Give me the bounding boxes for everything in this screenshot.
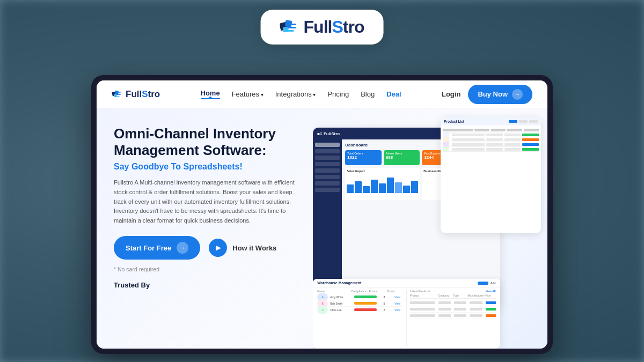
hero-title: Omni-Channel Inventory Management Softwa… bbox=[114, 125, 298, 159]
logo-text-badge: FullStro bbox=[304, 17, 364, 37]
warehouse-divider bbox=[406, 290, 407, 346]
stat-card-orders: Total Orders 1022 bbox=[345, 150, 382, 165]
hero-description: Fullstro A Multi-channel inventory manag… bbox=[114, 178, 296, 225]
nav-actions: Login Buy Now → bbox=[442, 85, 532, 104]
product-row-3 bbox=[443, 142, 539, 147]
product-latest-2 bbox=[410, 306, 496, 313]
hero-subtitle: Say Goodbye To Spreadsheets! bbox=[114, 162, 298, 172]
svg-rect-11 bbox=[116, 95, 119, 97]
hero-section: Omni-Channel Inventory Management Softwa… bbox=[97, 108, 313, 349]
svg-rect-7 bbox=[115, 90, 119, 94]
warehouse-panel: Warehouse Management Add Name Compliance bbox=[313, 279, 500, 349]
product-list-panel: Product List bbox=[441, 117, 541, 233]
sidebar-item-3 bbox=[315, 156, 340, 160]
sales-chart: Sales Report bbox=[345, 168, 420, 200]
sidebar-item-5 bbox=[315, 168, 340, 173]
nav-link-deal[interactable]: Deal bbox=[386, 90, 401, 98]
bar-7 bbox=[395, 182, 402, 193]
svg-rect-3 bbox=[288, 24, 296, 25]
bar-6 bbox=[387, 178, 394, 193]
nav-item-home[interactable]: Home bbox=[201, 89, 220, 99]
nav-link-blog[interactable]: Blog bbox=[361, 90, 375, 98]
bar-9 bbox=[411, 181, 418, 193]
nav-logo-text: FullStro bbox=[126, 89, 160, 100]
warehouse-table-right: Latest Products View All Product Categor… bbox=[410, 290, 496, 346]
bar-1 bbox=[347, 184, 354, 193]
device-frame: FullStro Home Features Integrations Pric… bbox=[91, 75, 553, 354]
start-free-button[interactable]: Start For Free → bbox=[114, 236, 200, 260]
product-row-header bbox=[443, 128, 539, 132]
nav-link-pricing[interactable]: Pricing bbox=[327, 90, 349, 98]
logo-icon bbox=[280, 19, 298, 35]
buy-arrow-icon: → bbox=[512, 89, 523, 100]
svg-rect-10 bbox=[116, 94, 121, 95]
svg-rect-5 bbox=[288, 30, 294, 32]
no-card-text: * No card required bbox=[114, 266, 298, 272]
sidebar-item-1 bbox=[315, 143, 340, 147]
bar-3 bbox=[363, 186, 370, 193]
stat-card-users: Admin Users 888 bbox=[384, 150, 420, 165]
hero-buttons: Start For Free → ▶ How it Works bbox=[114, 236, 298, 260]
nav-link-integrations[interactable]: Integrations bbox=[275, 90, 316, 98]
sales-chart-title: Sales Report bbox=[347, 169, 418, 173]
product-list-body bbox=[441, 125, 541, 154]
sidebar-item-4 bbox=[315, 162, 340, 166]
main-content: Omni-Channel Inventory Management Softwa… bbox=[97, 108, 547, 349]
warehouse-header: Warehouse Management Add bbox=[313, 279, 500, 287]
product-latest-3 bbox=[410, 313, 496, 319]
sidebar-item-2 bbox=[315, 149, 340, 153]
warehouse-body: Name Compliance Errors Count A Amy White bbox=[313, 287, 500, 349]
nav-buy-button[interactable]: Buy Now → bbox=[468, 85, 532, 104]
nav-link-features[interactable]: Features bbox=[232, 90, 264, 98]
start-arrow-icon: → bbox=[177, 242, 188, 254]
trusted-by-label: Trusted By bbox=[114, 281, 298, 289]
dashboard-preview: ■≡ FullStro bbox=[313, 108, 547, 349]
bar-4 bbox=[371, 180, 378, 193]
nav-active-indicator bbox=[209, 97, 211, 99]
svg-rect-9 bbox=[116, 92, 121, 93]
dashboard-mockup: ■≡ FullStro bbox=[313, 117, 541, 349]
sales-bar-chart bbox=[347, 174, 418, 194]
top-logo-badge: FullStro bbox=[261, 10, 384, 45]
nav-login-link[interactable]: Login bbox=[442, 90, 460, 98]
product-list-header: Product List bbox=[441, 117, 541, 125]
wh-row-3: C Chris Lee 2 View bbox=[317, 307, 403, 313]
product-row-1 bbox=[443, 132, 539, 137]
warehouse-table-left: Name Compliance Errors Count A Amy White bbox=[317, 290, 403, 346]
svg-rect-4 bbox=[288, 27, 296, 28]
sidebar-item-6 bbox=[315, 175, 340, 179]
product-row-2 bbox=[443, 137, 539, 142]
device-screen: FullStro Home Features Integrations Pric… bbox=[97, 80, 547, 349]
sidebar-item-8 bbox=[315, 188, 340, 192]
sidebar-item-7 bbox=[315, 181, 340, 186]
navbar: FullStro Home Features Integrations Pric… bbox=[97, 80, 547, 108]
wh-row-1: A Amy White 3 View bbox=[317, 294, 403, 300]
dashboard-logo: ■≡ FullStro bbox=[317, 131, 340, 136]
play-icon: ▶ bbox=[209, 239, 227, 257]
nav-logo: FullStro bbox=[112, 89, 160, 100]
nav-links: Home Features Integrations Pricing Blog … bbox=[201, 89, 401, 99]
wh-row-2: B Bob Smith 5 View bbox=[317, 300, 403, 307]
product-latest-1 bbox=[410, 300, 496, 306]
bar-5 bbox=[379, 183, 386, 193]
how-it-works-button[interactable]: ▶ How it Works bbox=[209, 239, 276, 257]
bar-2 bbox=[355, 181, 362, 193]
bar-8 bbox=[403, 186, 410, 193]
product-row-4 bbox=[443, 147, 539, 152]
